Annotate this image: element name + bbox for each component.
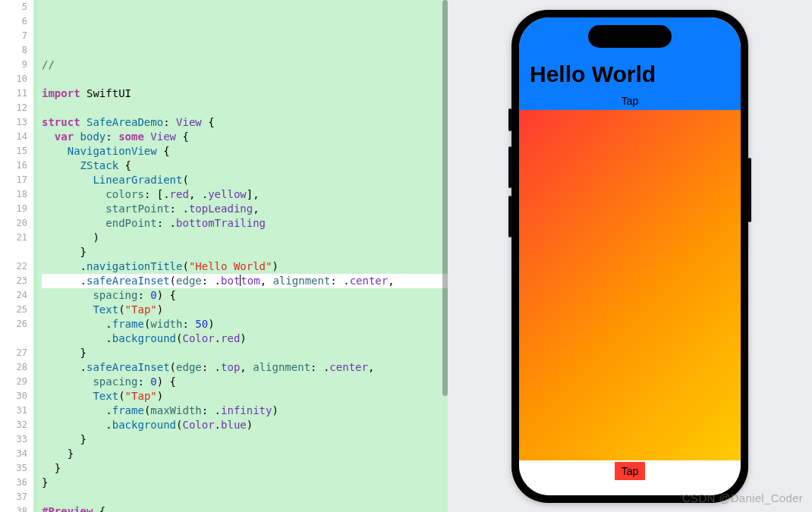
line-number: 29 xyxy=(0,375,27,389)
line-number: 28 xyxy=(0,360,27,375)
code-line[interactable] xyxy=(42,101,448,115)
code-line[interactable]: var body: some View { xyxy=(42,130,448,144)
line-number: 21 xyxy=(0,231,27,245)
line-number: 14 xyxy=(0,130,27,144)
code-line[interactable]: import SwiftUI xyxy=(42,86,448,101)
line-number: 7 xyxy=(0,29,27,43)
line-number: 25 xyxy=(0,303,27,317)
code-line[interactable]: } xyxy=(42,461,448,476)
code-line[interactable]: } xyxy=(42,245,448,259)
code-line[interactable]: ) xyxy=(42,231,448,245)
line-number: 32 xyxy=(0,418,27,432)
device-screen: Hello World Tap Tap xyxy=(519,17,741,495)
line-number-gutter: 5678910111213141516171819202122232425262… xyxy=(0,0,33,512)
line-number xyxy=(0,245,27,259)
line-number: 12 xyxy=(0,101,27,115)
line-number: 15 xyxy=(0,144,27,159)
line-number: 18 xyxy=(0,187,27,202)
line-number: 27 xyxy=(0,346,27,360)
iphone-device-frame: Hello World Tap Tap xyxy=(511,10,748,503)
line-number: 19 xyxy=(0,202,27,216)
code-line[interactable]: .safeAreaInset(edge: .bottom, alignment:… xyxy=(42,274,448,288)
mute-switch-icon xyxy=(508,108,511,131)
bottom-safe-area-inset: Tap xyxy=(519,460,741,495)
navigation-title: Hello World xyxy=(519,58,741,92)
dynamic-island-icon xyxy=(588,25,672,48)
line-number: 13 xyxy=(0,115,27,130)
power-button-icon xyxy=(748,158,751,222)
code-line[interactable]: startPoint: .topLeading, xyxy=(42,202,448,216)
code-area[interactable]: // import SwiftUIstruct SafeAreaDemo: Vi… xyxy=(37,0,448,512)
line-number: 6 xyxy=(0,14,27,29)
code-line[interactable]: // xyxy=(42,58,448,72)
linear-gradient-view xyxy=(519,110,741,460)
top-tap-label[interactable]: Tap xyxy=(519,92,741,110)
code-line[interactable]: } xyxy=(42,346,448,360)
code-line[interactable]: ZStack { xyxy=(42,159,448,173)
code-line[interactable]: NavigationView { xyxy=(42,144,448,159)
code-line[interactable] xyxy=(42,43,448,58)
code-line[interactable]: .frame(maxWidth: .infinity) xyxy=(42,404,448,418)
code-line[interactable]: .background(Color.blue) xyxy=(42,418,448,432)
preview-canvas: Hello World Tap Tap CSDN @Daniel_Coder xyxy=(448,0,812,512)
code-line[interactable]: } xyxy=(42,432,448,447)
code-line[interactable]: .background(Color.red) xyxy=(42,331,448,346)
line-number: 33 xyxy=(0,432,27,447)
line-number: 16 xyxy=(0,159,27,173)
code-line[interactable]: Text("Tap") xyxy=(42,389,448,404)
line-number: 11 xyxy=(0,86,27,101)
code-editor[interactable]: 5678910111213141516171819202122232425262… xyxy=(0,0,448,512)
code-line[interactable]: .navigationTitle("Hello World") xyxy=(42,259,448,274)
line-number: 37 xyxy=(0,490,27,504)
volume-up-icon xyxy=(508,146,511,188)
line-number: 35 xyxy=(0,461,27,476)
line-number: 17 xyxy=(0,173,27,187)
code-line[interactable]: endPoint: .bottomTrailing xyxy=(42,216,448,231)
watermark-text: CSDN @Daniel_Coder xyxy=(682,492,803,504)
code-line[interactable]: spacing: 0) { xyxy=(42,288,448,303)
line-number: 9 xyxy=(0,58,27,72)
line-number: 26 xyxy=(0,317,27,331)
code-line[interactable]: #Preview { xyxy=(42,504,448,512)
line-number: 34 xyxy=(0,447,27,461)
line-number: 31 xyxy=(0,404,27,418)
line-number: 36 xyxy=(0,476,27,490)
volume-down-icon xyxy=(508,196,511,237)
line-number: 10 xyxy=(0,72,27,86)
code-line[interactable]: struct SafeAreaDemo: View { xyxy=(42,115,448,130)
code-line[interactable]: } xyxy=(42,447,448,461)
code-line[interactable]: .safeAreaInset(edge: .top, alignment: .c… xyxy=(42,360,448,375)
code-line[interactable] xyxy=(42,72,448,86)
line-number: 8 xyxy=(0,43,27,58)
code-line[interactable]: spacing: 0) { xyxy=(42,375,448,389)
code-line[interactable]: Text("Tap") xyxy=(42,303,448,317)
line-number: 22 xyxy=(0,259,27,274)
code-line[interactable]: .frame(width: 50) xyxy=(42,317,448,331)
line-number: 5 xyxy=(0,0,27,14)
vertical-scrollbar[interactable] xyxy=(442,0,448,396)
line-number: 30 xyxy=(0,389,27,404)
line-number xyxy=(0,331,27,346)
line-number: 38 xyxy=(0,504,27,512)
code-line[interactable] xyxy=(42,490,448,504)
code-line[interactable]: LinearGradient( xyxy=(42,173,448,187)
code-line[interactable]: } xyxy=(42,476,448,490)
line-number: 24 xyxy=(0,288,27,303)
line-number: 23 xyxy=(0,274,27,288)
bottom-tap-label[interactable]: Tap xyxy=(615,462,645,480)
code-line[interactable]: colors: [.red, .yellow], xyxy=(42,187,448,202)
line-number: 20 xyxy=(0,216,27,231)
